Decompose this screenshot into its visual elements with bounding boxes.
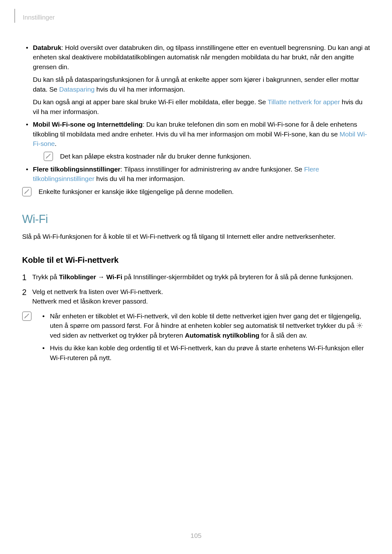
item-title: Flere tilkoblingsinnstillinger bbox=[33, 166, 120, 173]
tip-text: Når enheten er tilkoblet et Wi-Fi-nettve… bbox=[50, 312, 361, 329]
page-header: Innstillinger bbox=[14, 12, 370, 23]
step-bold: Wi-Fi bbox=[106, 273, 122, 280]
step-2: Velg et nettverk fra listen over Wi-Fi-n… bbox=[22, 287, 370, 306]
header-title: Innstillinger bbox=[23, 14, 55, 21]
tip-text: ved siden av nettverket og trykker på br… bbox=[50, 332, 185, 339]
tip-item: Hvis du ikke kan koble deg ordentlig til… bbox=[42, 343, 370, 363]
step-arrow: → bbox=[96, 273, 106, 280]
section-heading-wifi: Wi-Fi bbox=[22, 211, 370, 227]
item-text: : Tilpass innstillinger for administreri… bbox=[120, 166, 304, 173]
item-title: Databruk bbox=[33, 44, 61, 51]
item-text: Du kan også angi at apper bare skal bruk… bbox=[33, 98, 268, 105]
gear-icon bbox=[356, 322, 363, 328]
step-text: på Innstillinger-skjermbildet og trykk p… bbox=[122, 273, 353, 280]
step-text: Nettverk med et låsikon krever passord. bbox=[32, 297, 370, 306]
item-text: . bbox=[55, 140, 57, 147]
note-text: Det kan påløpe ekstra kostnader når du b… bbox=[60, 152, 251, 161]
list-item-databruk: Databruk: Hold oversikt over databruken … bbox=[26, 43, 370, 117]
tip-text: Hvis du ikke kan koble deg ordentlig til… bbox=[50, 344, 364, 361]
item-title: Mobil Wi-Fi-sone og Internettdeling bbox=[33, 121, 142, 128]
svg-point-0 bbox=[359, 325, 360, 326]
note-icon bbox=[44, 152, 53, 161]
item-text: : Hold oversikt over databruken din, og … bbox=[33, 44, 370, 70]
note-icon bbox=[22, 311, 32, 321]
section-intro: Slå på Wi-Fi-funksjonen for å koble til … bbox=[22, 232, 370, 241]
tip-text: for å slå den av. bbox=[259, 332, 307, 339]
tip-list: Når enheten er tilkoblet et Wi-Fi-nettve… bbox=[39, 311, 370, 366]
note-row: Det kan påløpe ekstra kostnader når du b… bbox=[44, 152, 370, 161]
tip-bold: Automatisk nytilkobling bbox=[185, 332, 259, 339]
note-text: Enkelte funksjoner er kanskje ikke tilgj… bbox=[39, 187, 234, 196]
note-icon bbox=[22, 187, 32, 196]
list-item-more-connections: Flere tilkoblingsinnstillinger: Tilpass … bbox=[26, 165, 370, 184]
subsection-heading: Koble til et Wi-Fi-nettverk bbox=[22, 254, 370, 266]
step-bold: Tilkoblinger bbox=[59, 273, 96, 280]
link-datasparing[interactable]: Datasparing bbox=[59, 86, 94, 93]
header-bar bbox=[14, 9, 15, 23]
step-text: Velg et nettverk fra listen over Wi-Fi-n… bbox=[32, 287, 370, 297]
step-1: Trykk på Tilkoblinger → Wi-Fi på Innstil… bbox=[22, 272, 370, 282]
tip-item: Når enheten er tilkoblet et Wi-Fi-nettve… bbox=[42, 311, 370, 340]
note-row: Enkelte funksjoner er kanskje ikke tilgj… bbox=[22, 187, 370, 196]
item-text: hvis du vil ha mer informasjon. bbox=[94, 86, 185, 93]
list-item-hotspot: Mobil Wi-Fi-sone og Internettdeling: Du … bbox=[26, 120, 370, 161]
page-number: 105 bbox=[0, 532, 392, 539]
tip-block: Når enheten er tilkoblet et Wi-Fi-nettve… bbox=[22, 311, 370, 366]
item-text: hvis du vil ha mer informasjon. bbox=[94, 175, 185, 182]
feature-list: Databruk: Hold oversikt over databruken … bbox=[26, 43, 370, 184]
page-content: Databruk: Hold oversikt over databruken … bbox=[22, 43, 370, 366]
link-tillatte-nettverk[interactable]: Tillatte nettverk for apper bbox=[268, 98, 340, 105]
step-text: Trykk på bbox=[32, 273, 59, 280]
steps-list: Trykk på Tilkoblinger → Wi-Fi på Innstil… bbox=[22, 272, 370, 306]
